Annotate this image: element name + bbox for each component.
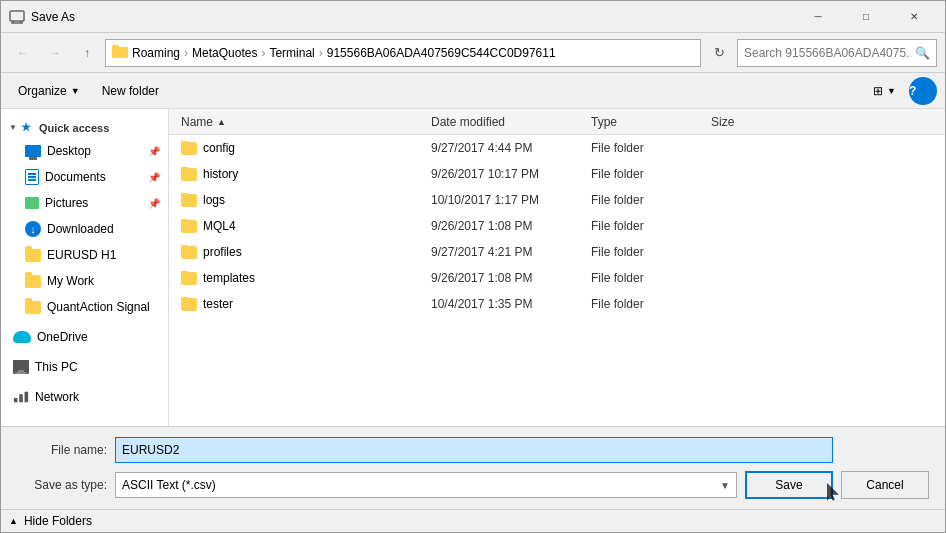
new-folder-button[interactable]: New folder (93, 77, 168, 105)
file-name-cell: tester (173, 297, 423, 311)
table-row[interactable]: profiles 9/27/2017 4:21 PM File folder (169, 239, 945, 265)
breadcrumb-part-metaquotes[interactable]: MetaQuotes (192, 46, 257, 60)
file-date-cell: 9/26/2017 1:08 PM (423, 219, 583, 233)
network-section: Network (1, 384, 168, 410)
hide-folders-toggle[interactable]: ▲ Hide Folders (1, 509, 945, 532)
folder-icon-mywork (25, 275, 41, 288)
file-name-cell: config (173, 141, 423, 155)
svg-rect-11 (25, 392, 29, 403)
table-row[interactable]: logs 10/10/2017 1:17 PM File folder (169, 187, 945, 213)
file-date-cell: 9/27/2017 4:21 PM (423, 245, 583, 259)
cancel-button[interactable]: Cancel (841, 471, 929, 499)
maximize-button[interactable]: □ (843, 1, 889, 33)
sidebar-item-pictures[interactable]: Pictures 📌 (1, 190, 168, 216)
search-input[interactable] (744, 46, 911, 60)
file-date-cell: 10/10/2017 1:17 PM (423, 193, 583, 207)
file-type-cell: File folder (583, 193, 703, 207)
file-type-cell: File folder (583, 271, 703, 285)
file-type-cell: File folder (583, 141, 703, 155)
left-nav: ▼ ★ Quick access Desktop 📌 Documents 📌 (1, 109, 169, 426)
file-type-cell: File folder (583, 245, 703, 259)
saveastype-value: ASCII Text (*.csv) (122, 478, 720, 492)
breadcrumb-part-id[interactable]: 915566BA06ADA407569C544CC0D97611 (327, 46, 556, 60)
table-row[interactable]: config 9/27/2017 4:44 PM File folder (169, 135, 945, 161)
file-date-cell: 9/26/2017 1:08 PM (423, 271, 583, 285)
onedrive-section: OneDrive (1, 324, 168, 350)
file-type-cell: File folder (583, 297, 703, 311)
sidebar-item-quantaction[interactable]: QuantAction Signal (1, 294, 168, 320)
chevron-down-icon-view: ▼ (887, 86, 896, 96)
organize-button[interactable]: Organize ▼ (9, 77, 89, 105)
save-button[interactable]: Save (745, 471, 833, 499)
column-size[interactable]: Size (703, 109, 783, 135)
file-list-body: config 9/27/2017 4:44 PM File folder his… (169, 135, 945, 426)
svg-rect-8 (15, 372, 27, 374)
file-list-header: Name ▲ Date modified Type Size (169, 109, 945, 135)
sidebar-item-thispc[interactable]: This PC (1, 354, 168, 380)
breadcrumb[interactable]: Roaming › MetaQuotes › Terminal › 915566… (105, 39, 701, 67)
filename-input[interactable] (115, 437, 833, 463)
folder-icon-quantaction (25, 301, 41, 314)
filename-row: File name: (17, 437, 929, 463)
back-button[interactable]: ← (9, 39, 37, 67)
sidebar-item-mywork[interactable]: My Work (1, 268, 168, 294)
download-icon (25, 221, 41, 237)
documents-icon (25, 169, 39, 185)
pin-icon-pics: 📌 (148, 198, 160, 209)
file-type-cell: File folder (583, 167, 703, 181)
pictures-icon (25, 197, 39, 209)
sidebar-item-network[interactable]: Network (1, 384, 168, 410)
sort-arrow: ▲ (217, 117, 226, 127)
close-button[interactable]: ✕ (891, 1, 937, 33)
folder-icon-eurusd (25, 249, 41, 262)
file-name-cell: templates (173, 271, 423, 285)
pin-icon-docs: 📌 (148, 172, 160, 183)
table-row[interactable]: history 9/26/2017 10:17 PM File folder (169, 161, 945, 187)
title-bar-title: Save As (31, 10, 795, 24)
hide-folders-label: Hide Folders (24, 514, 92, 528)
table-row[interactable]: tester 10/4/2017 1:35 PM File folder (169, 291, 945, 317)
up-button[interactable]: ↑ (73, 39, 101, 67)
sidebar-item-documents[interactable]: Documents 📌 (1, 164, 168, 190)
network-icon (13, 390, 29, 404)
search-icon: 🔍 (915, 46, 930, 60)
column-date[interactable]: Date modified (423, 109, 583, 135)
cloud-icon (13, 331, 31, 343)
saveastype-row: Save as type: ASCII Text (*.csv) ▼ Save … (17, 471, 929, 499)
sidebar-item-downloaded[interactable]: Downloaded (1, 216, 168, 242)
quick-access-header[interactable]: ▼ ★ Quick access (1, 117, 168, 138)
title-bar: Save As ─ □ ✕ (1, 1, 945, 33)
breadcrumb-part-terminal[interactable]: Terminal (269, 46, 314, 60)
sidebar-item-onedrive[interactable]: OneDrive (1, 324, 168, 350)
forward-button[interactable]: → (41, 39, 69, 67)
table-row[interactable]: MQL4 9/26/2017 1:08 PM File folder (169, 213, 945, 239)
file-date-cell: 10/4/2017 1:35 PM (423, 297, 583, 311)
table-row[interactable]: templates 9/26/2017 1:08 PM File folder (169, 265, 945, 291)
view-button[interactable]: ⊞ ▼ (864, 77, 905, 105)
file-list-area: Name ▲ Date modified Type Size (169, 109, 945, 426)
address-bar: ← → ↑ Roaming › MetaQuotes › Terminal › … (1, 33, 945, 73)
minimize-button[interactable]: ─ (795, 1, 841, 33)
column-name[interactable]: Name ▲ (173, 109, 423, 135)
column-type[interactable]: Type (583, 109, 703, 135)
thispc-section: This PC (1, 354, 168, 380)
breadcrumb-part-roaming[interactable]: Roaming (132, 46, 180, 60)
file-name-cell: logs (173, 193, 423, 207)
refresh-button[interactable]: ↻ (705, 39, 733, 67)
sidebar-item-desktop[interactable]: Desktop 📌 (1, 138, 168, 164)
star-icon: ★ (21, 121, 31, 134)
svg-rect-9 (14, 398, 18, 402)
svg-rect-5 (112, 45, 119, 49)
desktop-icon (25, 145, 41, 157)
sidebar-item-eurusd[interactable]: EURUSD H1 (1, 242, 168, 268)
chevron-up-icon: ▲ (9, 516, 18, 526)
filename-label: File name: (17, 443, 107, 457)
help-button[interactable]: ? (909, 77, 937, 105)
chevron-down-icon: ▼ (71, 86, 80, 96)
view-icon: ⊞ (873, 84, 883, 98)
pin-icon: 📌 (148, 146, 160, 157)
quick-access-chevron: ▼ (9, 123, 17, 132)
svg-rect-0 (10, 11, 24, 21)
saveastype-select[interactable]: ASCII Text (*.csv) ▼ (115, 472, 737, 498)
file-date-cell: 9/27/2017 4:44 PM (423, 141, 583, 155)
